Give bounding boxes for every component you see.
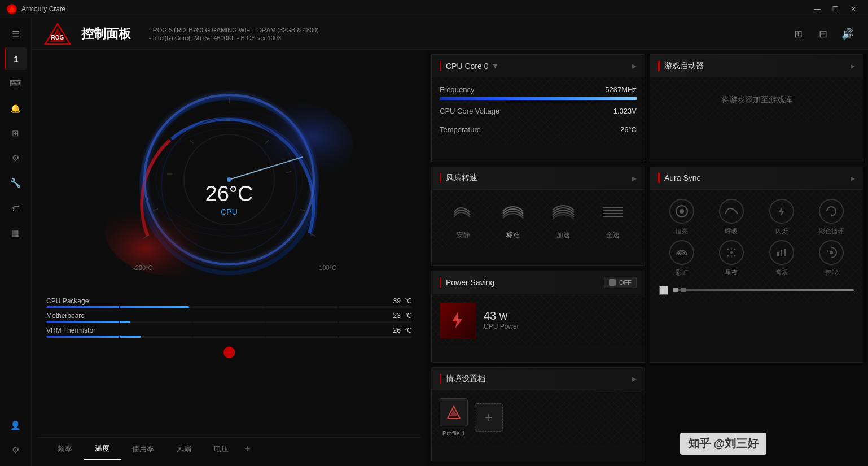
add-profile-button[interactable]: + xyxy=(475,403,503,432)
restore-button[interactable]: ❐ xyxy=(827,3,843,15)
profile-icon-1 xyxy=(440,398,468,426)
fan-header: 风扇转速 ▸ xyxy=(432,167,645,190)
aura-music-icon xyxy=(769,240,794,265)
tab-usage[interactable]: 使用率 xyxy=(121,438,165,460)
svg-marker-0 xyxy=(8,6,15,12)
tick1 xyxy=(46,336,120,338)
sidebar-item-menu[interactable]: ☰ xyxy=(5,23,27,45)
header-specs: - ROG STRIX B760-G GAMING WIFI - DRAM (3… xyxy=(149,27,319,41)
fan-quiet-icon xyxy=(450,199,477,226)
titlebar: Armoury Crate — ❐ ✕ xyxy=(0,0,868,18)
power-watts-value: 43 w xyxy=(484,310,519,323)
header-button-2[interactable]: ⊟ xyxy=(814,25,832,43)
power-saving-toggle[interactable]: OFF xyxy=(604,277,637,288)
game-launcher-title: 游戏启动器 xyxy=(664,61,704,71)
fan-option-turbo[interactable]: 加速 xyxy=(541,199,586,240)
power-saving-header: Power Saving OFF xyxy=(432,271,645,294)
fan-option-standard[interactable]: 标准 xyxy=(490,199,536,240)
tick5 xyxy=(339,336,412,338)
aura-sync-expand-icon[interactable]: ▸ xyxy=(851,173,855,184)
add-tab-button[interactable]: + xyxy=(240,443,255,455)
profiles-expand-icon[interactable]: ▸ xyxy=(632,373,637,384)
tab-voltage[interactable]: 电压 xyxy=(203,438,240,460)
svg-text:CPU: CPU xyxy=(221,207,238,216)
aura-mode-music[interactable]: 音乐 xyxy=(759,240,804,277)
aura-color-swatch[interactable] xyxy=(659,286,668,295)
profile-item-1[interactable]: Profile 1 xyxy=(440,398,468,437)
toggle-label: OFF xyxy=(619,279,632,286)
aura-mode-breathe[interactable]: 呼吸 xyxy=(709,199,754,236)
fan-option-full[interactable]: 全速 xyxy=(590,199,635,240)
aura-brightness-slider[interactable] xyxy=(673,289,854,291)
fan-title: 风扇转速 xyxy=(446,173,477,183)
tab-fan[interactable]: 风扇 xyxy=(165,438,203,460)
game-launcher-body: 将游戏添加至游戏库 xyxy=(650,77,863,123)
sidebar-item-wrench[interactable]: 🔧 xyxy=(5,172,27,194)
tick5 xyxy=(339,321,412,323)
aura-mode-rainbow[interactable]: 彩虹 xyxy=(659,240,704,277)
fan-widget: 风扇转速 ▸ 安静 xyxy=(431,167,645,266)
cpu-stat-voltage: CPU Core Voltage 1.323V xyxy=(440,107,637,119)
sensor-bar-vrm xyxy=(46,336,412,338)
tick3 xyxy=(192,306,266,308)
tick2 xyxy=(120,321,193,323)
fan-accent xyxy=(440,173,441,183)
power-icon xyxy=(440,302,476,338)
aura-mode-smart[interactable]: 智能 xyxy=(809,240,854,277)
minimize-button[interactable]: — xyxy=(809,3,825,15)
gauge-svg: 26°C CPU xyxy=(88,61,370,287)
app-icon xyxy=(7,4,17,14)
tab-freq[interactable]: 频率 xyxy=(46,438,84,460)
svg-text:ROG: ROG xyxy=(51,34,64,41)
power-saving-accent xyxy=(440,277,441,288)
aura-sync-title: Aura Sync xyxy=(664,173,701,182)
profiles-title: 情境设置档 xyxy=(446,374,485,384)
aura-mode-static[interactable]: 恒亮 xyxy=(659,199,704,236)
sidebar-item-tag[interactable]: 🏷 xyxy=(5,197,27,219)
sidebar-item-notification[interactable]: 🔔 xyxy=(5,97,27,120)
aura-modes-grid: 恒亮 呼吸 xyxy=(650,190,863,281)
sidebar-item-dashboard[interactable]: 1 xyxy=(5,47,27,70)
cpu-stat-freq-name: Frequency xyxy=(440,85,474,94)
game-launcher-widget: 游戏启动器 ▸ 将游戏添加至游戏库 xyxy=(650,54,863,162)
aura-starry-label: 星夜 xyxy=(725,268,738,277)
sensor-name-motherboard: Motherboard xyxy=(46,312,85,320)
aura-mode-flash[interactable]: 闪烁 xyxy=(759,199,804,236)
sensor-name-cpu-package: CPU Package xyxy=(46,297,89,305)
sidebar-item-keyboard[interactable]: ⌨ xyxy=(5,72,27,95)
tick2 xyxy=(120,336,193,338)
toggle-indicator xyxy=(609,279,616,286)
cpu-stat-frequency: Frequency 5287MHz xyxy=(440,85,637,100)
aura-flash-label: 闪烁 xyxy=(775,227,788,236)
sensor-readings: CPU Package 39 °C xyxy=(37,293,421,342)
game-launcher-expand-icon[interactable]: ▸ xyxy=(851,60,855,71)
aura-music-label: 音乐 xyxy=(775,268,788,277)
sidebar-item-settings[interactable]: ⚙ xyxy=(5,439,27,461)
sidebar-item-hardware[interactable]: ⊞ xyxy=(5,122,27,145)
app-title: Armoury Crate xyxy=(21,5,65,13)
sidebar-item-display[interactable]: ▦ xyxy=(5,221,27,244)
cpu-core-widget: CPU Core 0 ▼ ▸ Frequency 5287MHz xyxy=(431,54,645,162)
sidebar-item-user[interactable]: 👤 xyxy=(5,414,27,437)
svg-point-38 xyxy=(727,248,729,250)
sensor-ticks-vrm xyxy=(46,336,412,338)
tab-temp[interactable]: 温度 xyxy=(84,438,121,460)
fan-expand-icon[interactable]: ▸ xyxy=(632,173,637,184)
tick1 xyxy=(46,306,120,308)
cpu-core-expand-icon[interactable]: ▸ xyxy=(632,60,637,71)
close-button[interactable]: ✕ xyxy=(845,3,861,15)
cpu-stat-temp-value: 26°C xyxy=(620,125,637,134)
aura-mode-starry[interactable]: 星夜 xyxy=(709,240,754,277)
header-button-1[interactable]: ⊞ xyxy=(789,25,807,43)
aura-static-icon xyxy=(669,199,694,224)
profiles-header: 情境设置档 ▸ xyxy=(432,368,645,390)
cpu-core-header: CPU Core 0 ▼ ▸ xyxy=(432,55,645,77)
tick4 xyxy=(266,321,339,323)
header-button-speaker[interactable]: 🔊 xyxy=(839,25,857,43)
fan-option-quiet[interactable]: 安静 xyxy=(441,199,486,240)
aura-mode-color-cycle[interactable]: 彩色循环 xyxy=(809,199,854,236)
sensor-value-cpu-package: 39 °C xyxy=(393,297,412,305)
aura-breathe-icon xyxy=(719,199,744,224)
sidebar-item-tools[interactable]: ⚙ xyxy=(5,147,27,169)
cpu-core-selector[interactable]: CPU Core 0 ▼ xyxy=(446,62,498,71)
